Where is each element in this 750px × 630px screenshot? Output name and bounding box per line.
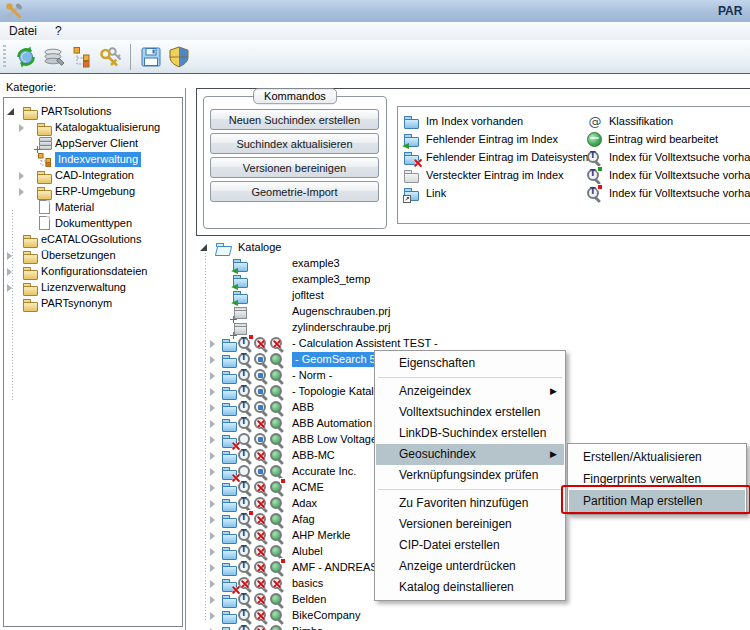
catalog-row-example3-temp[interactable]: example3_temp	[196, 272, 750, 288]
mag-blue-icon	[254, 432, 270, 447]
catalog-row-bikecompany[interactable]: BikeCompany	[196, 608, 750, 624]
context-menu-item-verkn-pfungsindex-pr-fen[interactable]: Verknüpfungsindex prüfen	[376, 465, 564, 486]
collapse-arrow-icon[interactable]	[200, 244, 207, 251]
sidebar-item--bersetzungen[interactable]: Übersetzungen	[4, 248, 182, 264]
sidebar-item-erp-umgebung[interactable]: ERP-Umgebung	[4, 184, 182, 200]
mag-x-icon	[254, 624, 270, 630]
server-stack-icon[interactable]	[40, 43, 68, 71]
expand-arrow-icon[interactable]	[210, 532, 215, 540]
legend-item: Fehlender Eintrag im Dateisystem	[404, 149, 592, 165]
expand-arrow-icon[interactable]	[7, 268, 12, 276]
catalog-row-jofltest[interactable]: jofltest	[196, 288, 750, 304]
update-icon[interactable]	[12, 43, 40, 71]
expand-arrow-icon[interactable]	[210, 340, 215, 348]
context-menu-item-eigenschaften[interactable]: Eigenschaften	[376, 353, 564, 374]
context-menu-item-zu-favoriten-hinzuf-gen[interactable]: Zu Favoriten hinzufügen	[376, 493, 564, 514]
mag-green-icon	[270, 352, 286, 367]
context-menu-item-anzeigeindex[interactable]: Anzeigeindex▶	[376, 381, 564, 402]
catalog-row-icons	[222, 560, 286, 577]
catalog-row-augenschrauben-prj[interactable]: Augenschrauben.prj	[196, 304, 750, 320]
mag-x-icon	[254, 480, 270, 495]
submenu-item-partition-map-erstellen[interactable]: Partition Map erstellen	[569, 490, 745, 512]
context-menu-item-versionen-bereinigen[interactable]: Versionen bereinigen	[376, 514, 564, 535]
submenu-item-fingerprints-verwalten[interactable]: Fingerprints verwalten	[569, 468, 745, 490]
catalog-root[interactable]: Kataloge	[196, 240, 750, 256]
folder-blue-icon	[404, 115, 420, 130]
catalog-row-example3[interactable]: example3	[196, 256, 750, 272]
mag-t-reddot-icon	[238, 512, 254, 527]
sidebar-item-label: eCATALOGsolutions	[41, 233, 141, 245]
command-button-versionen-bereinigen[interactable]: Versionen bereinigen	[210, 157, 379, 178]
legend-item-label: Fehlender Eintrag im Index	[426, 133, 558, 145]
sidebar-item-appserver-client[interactable]: AppServer Client	[4, 136, 182, 152]
context-menu-item-linkdb-suchindex-erstellen[interactable]: LinkDB-Suchindex erstellen	[376, 423, 564, 444]
catalog-row-bimba[interactable]: Bimba	[196, 624, 750, 630]
mag-x-icon	[254, 560, 270, 575]
toolbar-grip[interactable]	[3, 45, 6, 69]
mag-t-icon	[238, 368, 254, 383]
license-keys-icon[interactable]	[96, 43, 124, 71]
catalog-row-label: AHP Merkle	[292, 529, 350, 541]
mag-t-reddot-icon	[238, 336, 254, 351]
sidebar-item-lizenzverwaltung[interactable]: Lizenzverwaltung	[4, 280, 182, 296]
expand-arrow-icon[interactable]	[19, 124, 24, 132]
sidebar-item-dokumenttypen[interactable]: Dokumenttypen	[4, 216, 182, 232]
expand-arrow-icon[interactable]	[210, 452, 215, 460]
expand-arrow-icon[interactable]	[210, 484, 215, 492]
sidebar-item-material[interactable]: Material	[4, 200, 182, 216]
index-structure-icon[interactable]	[68, 43, 96, 71]
context-menu-item-anzeige-unterdr-cken[interactable]: Anzeige unterdrücken	[376, 556, 564, 577]
context-menu-item-cip-datei-erstellen[interactable]: CIP-Datei erstellen	[376, 535, 564, 556]
sidebar-item-konfigurationsdateien[interactable]: Konfigurationsdateien	[4, 264, 182, 280]
expand-arrow-icon[interactable]	[210, 468, 215, 476]
sidebar-item-indexverwaltung[interactable]: Indexverwaltung	[4, 152, 182, 168]
expand-arrow-icon[interactable]	[7, 252, 12, 260]
command-button-neuen-suchindex-erstellen[interactable]: Neuen Suchindex erstellen	[210, 109, 379, 130]
expand-arrow-icon[interactable]	[210, 372, 215, 380]
context-menu-item-volltextsuchindex-erstellen[interactable]: Volltextsuchindex erstellen	[376, 402, 564, 423]
mag-t-icon	[238, 496, 254, 511]
expand-arrow-icon[interactable]	[19, 188, 24, 196]
sidebar-item-label: AppServer Client	[55, 137, 138, 149]
sidebar-item-partsynonym[interactable]: PARTsynonym	[4, 296, 182, 312]
expand-arrow-icon[interactable]	[210, 564, 215, 572]
security-shield-icon[interactable]	[165, 43, 193, 71]
sidebar-item-partsolutions[interactable]: PARTsolutions	[4, 104, 182, 120]
mag-green-icon	[270, 496, 286, 511]
mag-x-icon	[254, 512, 270, 527]
expand-arrow-icon[interactable]	[210, 580, 215, 588]
catalog-row-icons	[222, 352, 286, 369]
expand-arrow-icon[interactable]	[19, 172, 24, 180]
sidebar-item-cad-integration[interactable]: CAD-Integration	[4, 168, 182, 184]
expand-arrow-icon[interactable]	[210, 596, 215, 604]
collapse-arrow-icon[interactable]	[7, 108, 14, 115]
catalog-row-zylinderschraube-prj[interactable]: zylinderschraube.prj	[196, 320, 750, 336]
expand-arrow-icon[interactable]	[210, 436, 215, 444]
expand-arrow-icon[interactable]	[210, 356, 215, 364]
sidebar-item-ecatalogsolutions[interactable]: eCATALOGsolutions	[4, 232, 182, 248]
expand-arrow-icon[interactable]	[210, 548, 215, 556]
expand-arrow-icon[interactable]	[210, 516, 215, 524]
pane-splitter[interactable]	[185, 88, 186, 630]
mag-x-icon	[254, 416, 270, 431]
expand-arrow-icon[interactable]	[210, 388, 215, 396]
submenu-item-erstellen-aktualisieren[interactable]: Erstellen/Aktualisieren	[569, 446, 745, 468]
save-icon[interactable]	[137, 43, 165, 71]
folder-blue-icon	[222, 546, 238, 561]
menubar-item-help[interactable]: ?	[46, 22, 71, 38]
expand-arrow-icon[interactable]	[210, 420, 215, 428]
expand-arrow-icon[interactable]	[210, 500, 215, 508]
expand-arrow-icon[interactable]	[7, 284, 12, 292]
folder-blue-icon	[222, 610, 238, 625]
mag-green-icon	[270, 512, 286, 527]
context-menu-item-katalog-deinstallieren[interactable]: Katalog deinstallieren	[376, 577, 564, 598]
context-menu-item-geosuchindex[interactable]: Geosuchindex▶	[376, 444, 564, 465]
command-button-suchindex-aktualisieren[interactable]: Suchindex aktualisieren	[210, 133, 379, 154]
command-button-geometrie-import[interactable]: Geometrie-Import	[210, 181, 379, 202]
expand-arrow-icon[interactable]	[210, 612, 215, 620]
title-bar: PAR	[0, 0, 750, 23]
sidebar-item-katalogaktualisierung[interactable]: Katalogaktualisierung	[4, 120, 182, 136]
expand-arrow-icon[interactable]	[210, 404, 215, 412]
mag-t-icon	[238, 416, 254, 431]
menubar-item-datei[interactable]: Datei	[0, 22, 46, 38]
